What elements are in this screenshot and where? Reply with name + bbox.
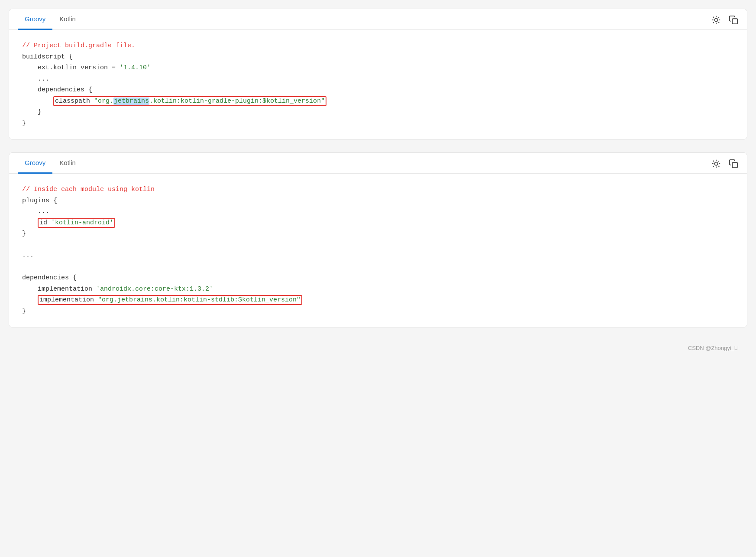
svg-point-10 (714, 162, 717, 165)
code-line-6: } (22, 118, 734, 129)
svg-line-17 (713, 166, 714, 167)
code-line-id: id 'kotlin-android' (22, 217, 734, 229)
code-line-empty2 (22, 262, 734, 273)
toolbar-2 (710, 157, 740, 172)
code-line-dots: ... (22, 206, 734, 217)
code-line-impl1: implementation 'androidx.core:core-ktx:1… (22, 284, 734, 295)
code-line-1: buildscript { (22, 52, 734, 63)
svg-line-15 (713, 161, 714, 162)
svg-line-7 (713, 22, 714, 23)
footer-credit: CSDN @Zhongyi_Li (9, 340, 747, 356)
code-line-comment-1: // Project build.gradle file. (22, 40, 734, 52)
code-line-close-plugins: } (22, 228, 734, 240)
code-line-plugins: plugins { (22, 195, 734, 207)
code-line-close-deps: } (22, 306, 734, 317)
code-line-classpath: classpath "org.jetbrains.kotlin:kotlin-g… (22, 96, 734, 107)
theme-toggle-2[interactable] (710, 157, 723, 172)
tab-kotlin-2[interactable]: Kotlin (52, 153, 83, 174)
tab-groovy-1[interactable]: Groovy (18, 9, 52, 30)
svg-rect-19 (732, 162, 737, 168)
copy-button-1[interactable] (727, 13, 740, 28)
svg-point-0 (714, 18, 717, 21)
code-line-ellipsis: ... (22, 250, 734, 262)
code-line-2: ext.kotlin_version = '1.4.10' (22, 62, 734, 74)
code-content-1: // Project build.gradle file. buildscrip… (9, 30, 747, 139)
theme-toggle-1[interactable] (710, 13, 723, 28)
svg-line-8 (718, 17, 719, 18)
copy-button-2[interactable] (727, 157, 740, 172)
code-line-5: } (22, 107, 734, 118)
svg-line-6 (718, 22, 719, 23)
code-line-empty1 (22, 240, 734, 251)
svg-line-18 (718, 161, 719, 162)
tab-groovy-2[interactable]: Groovy (18, 153, 52, 174)
svg-rect-9 (732, 19, 737, 24)
toolbar-1 (710, 13, 740, 28)
tab-bar-2: Groovy Kotlin (9, 153, 747, 174)
code-line-impl2: implementation "org.jetbrains.kotlin:kot… (22, 295, 734, 306)
svg-line-5 (713, 17, 714, 18)
code-line-3: ... (22, 74, 734, 85)
code-content-2: // Inside each module using kotlin plugi… (9, 174, 747, 327)
tab-kotlin-1[interactable]: Kotlin (52, 9, 83, 30)
tab-bar-1: Groovy Kotlin (9, 9, 747, 30)
svg-line-16 (718, 166, 719, 167)
code-line-4: dependencies { (22, 84, 734, 96)
code-line-comment-2: // Inside each module using kotlin (22, 184, 734, 195)
code-line-deps: dependencies { (22, 272, 734, 284)
code-card-2: Groovy Kotlin // Inside each modu (9, 152, 747, 327)
code-card-1: Groovy Kotlin // Project build.gr (9, 9, 747, 139)
